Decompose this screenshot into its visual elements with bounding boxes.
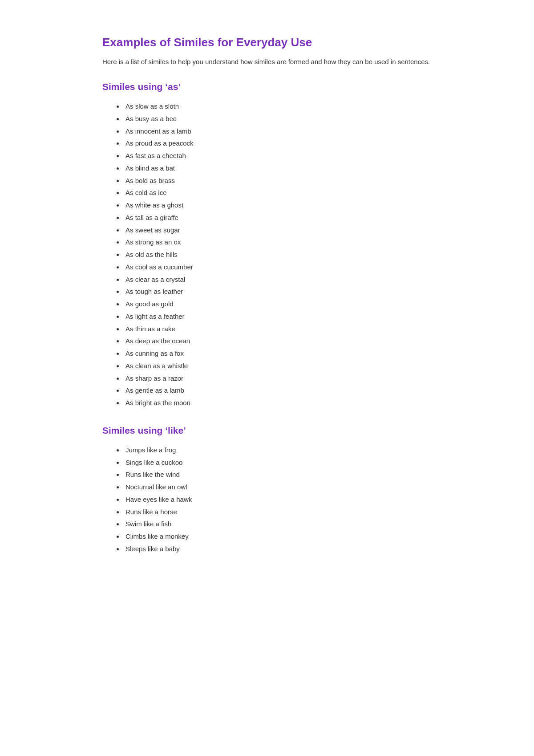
list-item: As strong as an ox: [124, 236, 432, 248]
list-item: As clean as a whistle: [124, 360, 432, 372]
like-section: Similes using ‘like’ Jumps like a frogSi…: [102, 425, 432, 555]
like-section-heading: Similes using ‘like’: [102, 425, 432, 436]
list-item: Have eyes like a hawk: [124, 493, 432, 506]
list-item: Sleeps like a baby: [124, 543, 432, 555]
list-item: Climbs like a monkey: [124, 530, 432, 543]
as-simile-list: As slow as a slothAs busy as a beeAs inn…: [102, 100, 432, 409]
list-item: As clear as a crystal: [124, 273, 432, 286]
list-item: Runs like the wind: [124, 468, 432, 481]
list-item: Swim like a fish: [124, 518, 432, 530]
list-item: As innocent as a lamb: [124, 125, 432, 138]
list-item: As old as the hills: [124, 248, 432, 261]
list-item: As fast as a cheetah: [124, 150, 432, 162]
page-container: Examples of Similes for Everyday Use Her…: [76, 0, 458, 607]
as-section-heading: Similes using ‘as’: [102, 81, 432, 92]
list-item: As sharp as a razor: [124, 372, 432, 385]
page-title: Examples of Similes for Everyday Use: [102, 36, 432, 49]
list-item: Runs like a horse: [124, 506, 432, 518]
list-item: As tough as leather: [124, 285, 432, 298]
list-item: As bright as the moon: [124, 397, 432, 409]
list-item: As cool as a cucumber: [124, 261, 432, 273]
list-item: As thin as a rake: [124, 323, 432, 335]
list-item: Nocturnal like an owl: [124, 481, 432, 493]
list-item: As slow as a sloth: [124, 100, 432, 113]
list-item: As gentle as a lamb: [124, 384, 432, 397]
list-item: As blind as a bat: [124, 162, 432, 175]
list-item: As proud as a peacock: [124, 137, 432, 150]
list-item: As sweet as sugar: [124, 224, 432, 236]
list-item: As white as a ghost: [124, 199, 432, 211]
list-item: Jumps like a frog: [124, 444, 432, 456]
list-item: As light as a feather: [124, 310, 432, 323]
list-item: As good as gold: [124, 298, 432, 310]
list-item: As deep as the ocean: [124, 335, 432, 347]
list-item: As tall as a giraffe: [124, 211, 432, 224]
list-item: Sings like a cuckoo: [124, 456, 432, 469]
list-item: As cunning as a fox: [124, 347, 432, 360]
like-simile-list: Jumps like a frogSings like a cuckooRuns…: [102, 444, 432, 555]
as-section: Similes using ‘as’ As slow as a slothAs …: [102, 81, 432, 409]
list-item: As bold as brass: [124, 175, 432, 187]
list-item: As busy as a bee: [124, 113, 432, 125]
list-item: As cold as ice: [124, 187, 432, 199]
intro-paragraph: Here is a list of similes to help you un…: [102, 57, 432, 67]
